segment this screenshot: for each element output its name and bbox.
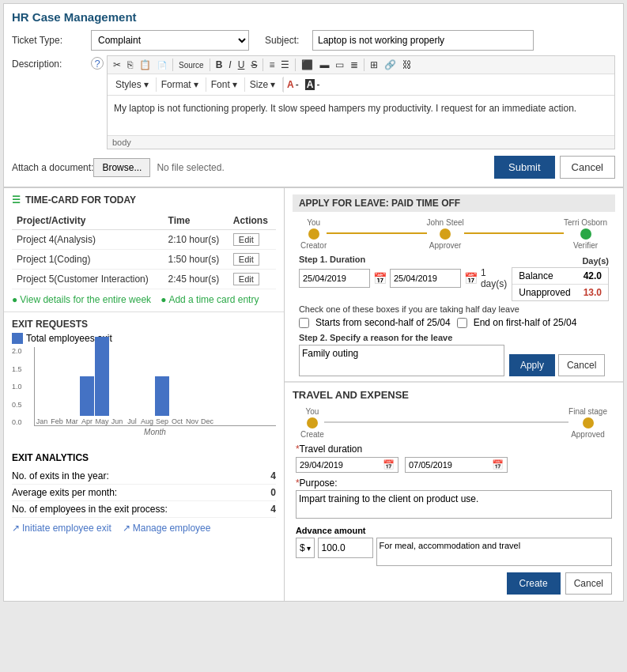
- travel-create-circle: [307, 417, 318, 428]
- ticket-type-select[interactable]: Complaint Request Query: [91, 30, 249, 51]
- leave-cancel-button[interactable]: Cancel: [558, 354, 605, 376]
- travel-approved-circle: [583, 417, 594, 428]
- edit-btn[interactable]: Edit: [233, 233, 259, 246]
- y-label-3: 1.5: [12, 365, 22, 373]
- attach-label: Attach a document:: [12, 162, 93, 173]
- view-week-link[interactable]: ● View details for the entire week: [12, 294, 151, 305]
- format-dropdown[interactable]: Format ▾: [157, 77, 206, 92]
- paste-text-btn[interactable]: 📄: [155, 60, 169, 70]
- timecard-icon: ☰: [12, 194, 21, 206]
- time-cell: 2:10 hour(s): [164, 230, 229, 250]
- cut-btn[interactable]: ✂: [111, 59, 123, 71]
- unlink-btn[interactable]: ⛓: [400, 59, 414, 71]
- editor-footer: body: [108, 135, 614, 149]
- bar-wrap: Aug: [140, 416, 154, 425]
- ol-btn[interactable]: ≡: [266, 59, 277, 71]
- apply-button[interactable]: Apply: [509, 354, 555, 376]
- currency-chevron[interactable]: ▾: [307, 544, 311, 553]
- travel-start-cal-icon[interactable]: 📅: [383, 459, 395, 470]
- start-date-input[interactable]: [299, 269, 370, 288]
- create-button[interactable]: Create: [507, 572, 561, 595]
- leave-title: APPLY FOR LEAVE: PAID TIME OFF: [293, 194, 615, 212]
- bold-btn[interactable]: B: [213, 59, 225, 71]
- timecard-title: TIME-CARD FOR TODAY: [25, 194, 136, 206]
- paste-btn[interactable]: 📋: [137, 59, 153, 71]
- analytics-row-label: Average exits per month:: [12, 487, 117, 498]
- reason-textarea[interactable]: Family outing: [299, 345, 504, 376]
- y-label-0: 0.0: [12, 418, 22, 426]
- add-entry-link[interactable]: ● Add a time card entry: [161, 294, 259, 305]
- start-cal-icon[interactable]: 📅: [373, 272, 387, 285]
- size-dropdown[interactable]: Size ▾: [245, 77, 283, 92]
- editor-content[interactable]: My laptop is not functioning properly. I…: [108, 96, 614, 135]
- starts-second-half-checkbox[interactable]: [299, 318, 309, 328]
- copy-btn[interactable]: ⎘: [125, 59, 135, 71]
- link-btn[interactable]: 🔗: [382, 59, 398, 71]
- bar-wrap: Nov: [185, 416, 199, 425]
- bar-month-label: Oct: [172, 417, 183, 425]
- end-cal-icon[interactable]: 📅: [464, 272, 478, 285]
- col-time: Time: [164, 212, 229, 230]
- purpose-textarea[interactable]: Impart training to the client on product…: [296, 490, 612, 519]
- edit-btn[interactable]: Edit: [233, 253, 259, 266]
- subject-label: Subject:: [265, 35, 312, 46]
- bar-month-label: Sep: [156, 417, 168, 425]
- unapproved-value: 13.0: [577, 285, 608, 301]
- font-color-btn[interactable]: A -: [284, 77, 302, 92]
- font-dropdown[interactable]: Font ▾: [206, 77, 245, 92]
- ends-first-half-label: End on first-half of 25/04: [474, 317, 577, 328]
- x-axis-label: Month: [34, 428, 276, 436]
- align-justify-btn[interactable]: ≣: [348, 59, 361, 71]
- travel-end-cal-icon[interactable]: 📅: [492, 459, 504, 470]
- manage-employee-link[interactable]: ↗ Manage employee: [123, 523, 211, 534]
- duration-field-label: *Travel duration: [296, 444, 612, 455]
- table-btn[interactable]: ⊞: [368, 59, 380, 71]
- analytics-row-value: 0: [270, 487, 276, 498]
- browse-button[interactable]: Browse...: [93, 158, 150, 177]
- styles-dropdown[interactable]: Styles ▾: [111, 77, 157, 92]
- description-help-icon[interactable]: ?: [91, 57, 104, 70]
- currency-symbol: $: [300, 542, 305, 553]
- bar-month-label: Nov: [186, 417, 198, 425]
- travel-final-label: Final stage: [568, 407, 607, 416]
- travel-end-date[interactable]: [409, 460, 480, 470]
- ul-btn[interactable]: ☰: [278, 59, 292, 71]
- italic-btn[interactable]: I: [226, 59, 233, 71]
- table-row: Project 5(Customer Interaction) 2:45 hou…: [12, 270, 276, 289]
- ends-first-half-checkbox[interactable]: [457, 318, 467, 328]
- subject-input[interactable]: [312, 30, 534, 51]
- initiate-exit-link[interactable]: ↗ Initiate employee exit: [12, 523, 111, 534]
- edit-btn[interactable]: Edit: [233, 273, 259, 285]
- bar: [80, 376, 94, 416]
- end-date-input[interactable]: [390, 269, 461, 288]
- approver-circle: [440, 228, 451, 240]
- underline-btn[interactable]: U: [236, 59, 247, 71]
- advance-note[interactable]: For meal, accommodation and travel: [376, 538, 612, 566]
- font-highlight-btn[interactable]: A -: [302, 77, 323, 92]
- time-cell: 2:45 hour(s): [164, 270, 229, 289]
- bar-month-label: Jan: [36, 417, 48, 425]
- travel-start-date[interactable]: [300, 460, 371, 470]
- submit-button[interactable]: Submit: [494, 156, 554, 179]
- bar-wrap: May: [95, 337, 109, 425]
- travel-cancel-button[interactable]: Cancel: [565, 572, 612, 595]
- days-label: Day(s): [582, 256, 609, 266]
- verifier-role: Verifier: [573, 241, 598, 250]
- exit-title: EXIT REQUESTS: [12, 319, 88, 330]
- cancel-button[interactable]: Cancel: [560, 156, 615, 179]
- bar-wrap: Feb: [50, 416, 64, 425]
- bar-wrap: Jan: [35, 416, 49, 425]
- unapproved-label: Unapproved: [512, 285, 576, 301]
- editor-toolbar: ✂ ⎘ 📋 📄 Source B I U S ≡ ☰ ⬛ ▬: [108, 56, 614, 74]
- bar-wrap: Jun: [110, 416, 124, 425]
- view-week-icon: ●: [12, 294, 17, 305]
- no-file-label: No file selected.: [157, 162, 224, 173]
- source-btn[interactable]: Source: [176, 60, 206, 70]
- purpose-label: *Purpose:: [296, 478, 612, 489]
- amount-input[interactable]: [318, 538, 373, 558]
- align-left-btn[interactable]: ⬛: [299, 59, 315, 71]
- align-center-btn[interactable]: ▬: [317, 59, 331, 71]
- action-cell: Edit: [229, 250, 276, 270]
- align-right-btn[interactable]: ▭: [333, 59, 346, 71]
- strikethrough-btn[interactable]: S: [248, 59, 259, 71]
